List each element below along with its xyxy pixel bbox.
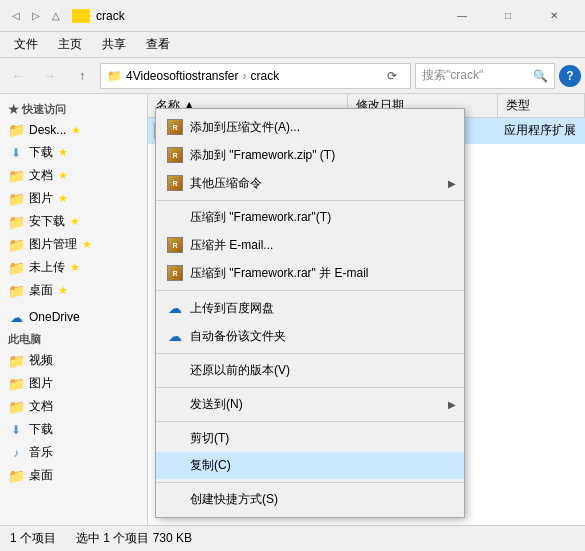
- sidebar-item-andl[interactable]: 📁 安下载 ★: [0, 210, 147, 233]
- sidebar-item-picmgr[interactable]: 📁 图片管理 ★: [0, 233, 147, 256]
- separator5: [156, 421, 464, 422]
- forward-button[interactable]: →: [36, 63, 64, 89]
- ctx-cut[interactable]: 剪切(T): [156, 425, 464, 452]
- sidebar-item-notup[interactable]: 📁 未上传 ★: [0, 256, 147, 279]
- search-bar[interactable]: 搜索"crack" 🔍: [415, 63, 555, 89]
- folder-icon7: 📁: [8, 283, 24, 299]
- file-type: 应用程序扩展: [496, 122, 584, 139]
- close-button[interactable]: ✕: [531, 0, 577, 32]
- up-icon: △: [48, 8, 64, 24]
- menu-home[interactable]: 主页: [48, 34, 92, 55]
- sidebar-section-thispc: 此电脑: [0, 328, 147, 349]
- help-button[interactable]: ?: [559, 65, 581, 87]
- download-icon2: ⬇: [8, 422, 24, 438]
- sidebar-item-dl2[interactable]: ⬇ 下载: [0, 418, 147, 441]
- menu-share[interactable]: 共享: [92, 34, 136, 55]
- ctx-compress-rar-email[interactable]: R 压缩到 "Framework.rar" 并 E-mail: [156, 259, 464, 287]
- folder-icon2: 📁: [8, 168, 24, 184]
- star-icon: ★: [71, 124, 81, 137]
- sidebar-item-desktop2[interactable]: 📁 桌面: [0, 464, 147, 487]
- ctx-compress-rar-t[interactable]: 压缩到 "Framework.rar"(T): [156, 204, 464, 231]
- ctx-add-to-zip[interactable]: R 添加到压缩文件(A)...: [156, 113, 464, 141]
- sidebar-item-pictures[interactable]: 📁 图片 ★: [0, 187, 147, 210]
- star-icon8: ★: [58, 284, 68, 297]
- window-title: crack: [96, 9, 439, 23]
- arrow-icon2: ▶: [448, 399, 456, 410]
- folder-icon4: 📁: [8, 214, 24, 230]
- menu-view[interactable]: 查看: [136, 34, 180, 55]
- ctx-add-framework-zip[interactable]: R 添加到 "Framework.zip" (T): [156, 141, 464, 169]
- folder-icon6: 📁: [8, 260, 24, 276]
- breadcrumb: 4Videosoftiostransfer › crack: [126, 69, 279, 83]
- refresh-button[interactable]: ⟳: [380, 63, 404, 89]
- sidebar-item-download[interactable]: ⬇ 下载 ★: [0, 141, 147, 164]
- sidebar-item-videos[interactable]: 📁 视频: [0, 349, 147, 372]
- status-bar: 1 个项目 选中 1 个项目 730 KB: [0, 525, 585, 551]
- ctx-create-shortcut[interactable]: 创建快捷方式(S): [156, 486, 464, 513]
- maximize-button[interactable]: □: [485, 0, 531, 32]
- star-icon7: ★: [70, 261, 80, 274]
- search-placeholder: 搜索"crack": [422, 67, 483, 84]
- arrow-icon1: ▶: [448, 178, 456, 189]
- ctx-restore[interactable]: 还原以前的版本(V): [156, 357, 464, 384]
- sidebar-item-docs[interactable]: 📁 文档 ★: [0, 164, 147, 187]
- folder-icon10: 📁: [8, 399, 24, 415]
- crumb-parent[interactable]: 4Videosoftiostransfer: [126, 69, 239, 83]
- up-button[interactable]: ↑: [68, 63, 96, 89]
- rar-icon4: R: [166, 236, 184, 254]
- forward-icon: ▷: [28, 8, 44, 24]
- sidebar-item-desktop[interactable]: 📁 桌面 ★: [0, 279, 147, 302]
- sidebar-item-desk[interactable]: 📁 Desk... ★: [0, 119, 147, 141]
- music-icon: ♪: [8, 445, 24, 461]
- ctx-upload-baidu[interactable]: ☁ 上传到百度网盘: [156, 294, 464, 322]
- search-icon: 🔍: [533, 69, 548, 83]
- star-icon2: ★: [58, 146, 68, 159]
- star-icon4: ★: [58, 192, 68, 205]
- status-selected: 选中 1 个项目 730 KB: [76, 530, 192, 547]
- ctx-compress-email[interactable]: R 压缩并 E-mail...: [156, 231, 464, 259]
- rar-icon3: R: [166, 174, 184, 192]
- cloud-icon1: ☁: [166, 299, 184, 317]
- separator3: [156, 353, 464, 354]
- back-button[interactable]: ←: [4, 63, 32, 89]
- minimize-button[interactable]: —: [439, 0, 485, 32]
- folder-icon11: 📁: [8, 468, 24, 484]
- rar-icon5: R: [166, 264, 184, 282]
- status-count: 1 个项目: [10, 530, 56, 547]
- rar-icon1: R: [166, 118, 184, 136]
- ctx-auto-backup[interactable]: ☁ 自动备份该文件夹: [156, 322, 464, 350]
- separator4: [156, 387, 464, 388]
- ctx-send-to[interactable]: 发送到(N) ▶: [156, 391, 464, 418]
- star-icon3: ★: [58, 169, 68, 182]
- ctx-copy[interactable]: 复制(C): [156, 452, 464, 479]
- title-bar-icons: ◁ ▷ △: [8, 8, 64, 24]
- ctx-other-compress[interactable]: R 其他压缩命令 ▶: [156, 169, 464, 197]
- toolbar: ← → ↑ 📁 4Videosoftiostransfer › crack ⟳ …: [0, 58, 585, 94]
- separator1: [156, 200, 464, 201]
- sidebar-item-onedrive[interactable]: ☁ OneDrive: [0, 306, 147, 328]
- back-icon: ◁: [8, 8, 24, 24]
- folder-icon8: 📁: [8, 353, 24, 369]
- sidebar-item-pics2[interactable]: 📁 图片: [0, 372, 147, 395]
- menu-file[interactable]: 文件: [4, 34, 48, 55]
- crumb-current[interactable]: crack: [251, 69, 280, 83]
- address-bar[interactable]: 📁 4Videosoftiostransfer › crack ⟳: [100, 63, 411, 89]
- window-controls: — □ ✕: [439, 0, 577, 32]
- sidebar-item-docs2[interactable]: 📁 文档: [0, 395, 147, 418]
- folder-icon3: 📁: [8, 191, 24, 207]
- rar-icon2: R: [166, 146, 184, 164]
- sidebar-item-music[interactable]: ♪ 音乐: [0, 441, 147, 464]
- star-icon6: ★: [82, 238, 92, 251]
- menu-bar: 文件 主页 共享 查看: [0, 32, 585, 58]
- breadcrumb-icon: 📁: [107, 69, 122, 83]
- sidebar-section-quickaccess: ★ 快速访问: [0, 98, 147, 119]
- folder-icon9: 📁: [8, 376, 24, 392]
- cloud-icon2: ☁: [166, 327, 184, 345]
- star-icon5: ★: [70, 215, 80, 228]
- folder-icon: 📁: [8, 122, 24, 138]
- column-header-type[interactable]: 类型: [498, 94, 585, 117]
- separator2: [156, 290, 464, 291]
- crumb-separator: ›: [243, 69, 247, 83]
- folder-icon5: 📁: [8, 237, 24, 253]
- separator6: [156, 482, 464, 483]
